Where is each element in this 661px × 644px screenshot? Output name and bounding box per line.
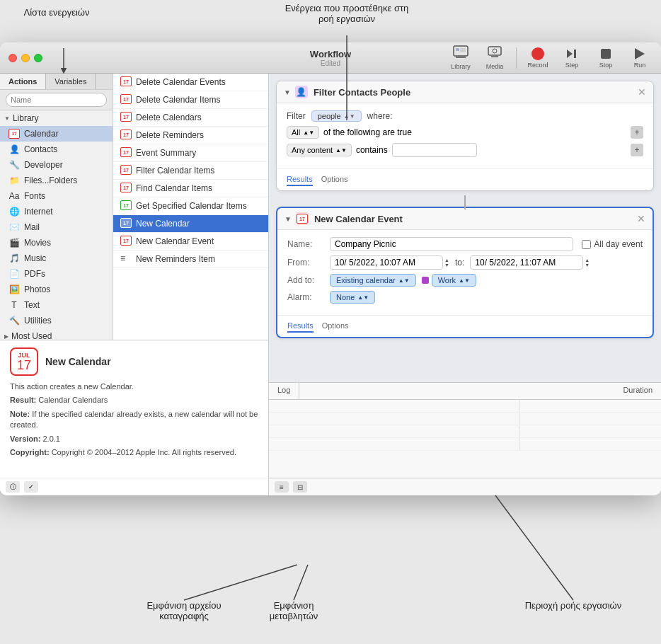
log-rows — [269, 400, 661, 478]
contains-input[interactable] — [392, 143, 477, 157]
any-content-select[interactable]: Any content ▲▼ — [287, 144, 352, 156]
folder-icon: 📁 — [8, 175, 20, 186]
run-button[interactable]: Run — [627, 47, 653, 69]
main-content: ▼ 👤 Filter Contacts People ✕ Filter peop… — [269, 74, 661, 495]
filter-results-tab[interactable]: Results — [287, 173, 313, 186]
from-row: From: ▲ ▼ to: ▲ ▼ — [287, 255, 643, 270]
alarm-dropdown[interactable]: None ▲▼ — [330, 291, 375, 304]
action-label-9: New Calendar — [136, 219, 190, 229]
sidebar-item-text[interactable]: T Text — [0, 297, 113, 313]
desc-panel-calendar-icon: JUL 17 — [10, 347, 38, 376]
work-color-swatch — [422, 277, 429, 284]
collapse-icon-2[interactable]: ▼ — [284, 215, 292, 223]
new-event-results-tab[interactable]: Results — [287, 320, 314, 333]
action-filter-calendar-items[interactable]: 17 Filter Calendar Items — [113, 162, 268, 180]
alarm-value: None — [336, 293, 355, 301]
tab-variables[interactable]: Variables — [46, 74, 96, 89]
tab-actions[interactable]: Actions — [0, 74, 46, 89]
sidebar-item-movies[interactable]: 🎬 Movies — [0, 235, 113, 251]
record-button[interactable]: Record — [525, 47, 551, 69]
sidebar-item-files-folders[interactable]: 📁 Files...Folders — [0, 173, 113, 188]
sidebar-group-library[interactable]: ▼ Library — [0, 110, 113, 126]
show-log-button[interactable]: ≡ — [275, 481, 289, 493]
sidebar-item-developer[interactable]: 🔧 Developer — [0, 157, 113, 173]
minimize-button[interactable] — [21, 54, 30, 62]
action-delete-calendar-items[interactable]: 17 Delete Calendar Items — [113, 91, 268, 109]
sidebar-item-fonts[interactable]: Aa Fonts — [0, 188, 113, 204]
fullscreen-button[interactable] — [34, 54, 42, 62]
people-dropdown[interactable]: people ▲▼ — [311, 110, 362, 122]
action-get-specified-calendar-items[interactable]: 17 Get Specified Calendar Items — [113, 197, 268, 215]
log-row-right-3 — [519, 425, 661, 437]
desc-version-label: Version: — [10, 435, 40, 443]
window-title-sub: Edited — [321, 59, 340, 67]
fonts-icon: Aa — [8, 190, 20, 202]
log-header: Log Duration — [269, 383, 661, 400]
action-delete-calendar-events[interactable]: 17 Delete Calendar Events — [113, 74, 268, 91]
action-new-reminders-item[interactable]: ≡ New Reminders Item — [113, 251, 268, 268]
existing-calendar-dropdown[interactable]: Existing calendar ▲▼ — [330, 274, 416, 287]
action-new-calendar[interactable]: 17 New Calendar — [113, 215, 268, 233]
sidebar-item-utilities[interactable]: 🔨 Utilities — [0, 313, 113, 328]
name-label: Name: — [287, 239, 330, 249]
action-delete-calendars[interactable]: 17 Delete Calendars — [113, 109, 268, 127]
media-button[interactable]: Media — [482, 45, 507, 70]
sidebar-label-fonts: Fonts — [24, 191, 45, 201]
action-delete-reminders[interactable]: 17 Delete Reminders — [113, 127, 268, 144]
calendar-icon: 17 — [8, 128, 20, 139]
search-input[interactable] — [6, 93, 107, 107]
action-icon-8: 17 — [120, 200, 132, 212]
all-day-checkbox[interactable] — [582, 240, 591, 249]
close-button[interactable] — [8, 54, 17, 62]
sidebar-label-files: Files...Folders — [24, 176, 77, 185]
action-find-calendar-items[interactable]: 17 Find Calendar Items — [113, 180, 268, 197]
to-stepper[interactable]: ▲ ▼ — [585, 258, 590, 268]
collapse-icon[interactable]: ▼ — [284, 88, 291, 96]
show-variables-button[interactable]: ⊟ — [293, 481, 307, 493]
filter-options-tab[interactable]: Options — [321, 173, 348, 186]
log-col-log: Log — [269, 383, 299, 399]
event-name-input[interactable] — [330, 237, 573, 251]
annotation-show-variables: Εμφάνιση μεταβλητών — [255, 600, 333, 621]
action-new-calendar-event[interactable]: 17 New Calendar Event — [113, 233, 268, 251]
log-row-left-1 — [269, 400, 519, 412]
stop-label: Stop — [599, 62, 613, 69]
filter-card-close[interactable]: ✕ — [638, 86, 646, 98]
all-select[interactable]: All ▲▼ — [287, 126, 319, 139]
to-date-input[interactable] — [470, 255, 583, 270]
text-icon: T — [8, 299, 20, 311]
sidebar-item-photos[interactable]: 🖼️ Photos — [0, 282, 113, 297]
sidebar-item-music[interactable]: 🎵 Music — [0, 251, 113, 266]
workflow-area[interactable]: ▼ 👤 Filter Contacts People ✕ Filter peop… — [269, 74, 661, 382]
check-button[interactable]: ✓ — [24, 481, 38, 493]
sidebar-item-mail[interactable]: ✉️ Mail — [0, 219, 113, 235]
action-icon: 17 — [120, 76, 132, 88]
sidebar-label-music: Music — [24, 253, 46, 263]
toolbar-separator-1 — [516, 47, 517, 69]
sidebar-item-calendar[interactable]: 17 Calendar — [0, 126, 113, 142]
connector — [276, 195, 654, 209]
from-label: From: — [287, 258, 330, 268]
work-calendar-dropdown[interactable]: Work ▲▼ — [432, 274, 476, 287]
from-stepper[interactable]: ▲ ▼ — [444, 258, 449, 268]
sidebar-label-pdfs: PDFs — [24, 269, 45, 279]
action-event-summary[interactable]: 17 Event Summary — [113, 144, 268, 162]
add-contains-filter-button[interactable]: + — [631, 144, 643, 156]
info-button[interactable]: ⓘ — [6, 481, 20, 493]
contacts-card-icon: 👤 — [295, 86, 308, 98]
action-label-11: New Reminders Item — [136, 254, 215, 264]
sidebar-item-contacts[interactable]: 👤 Contacts — [0, 142, 113, 157]
action-label-8: Get Specified Calendar Items — [136, 201, 247, 211]
from-date-input[interactable] — [330, 255, 443, 270]
sidebar-label-text: Text — [24, 300, 40, 310]
library-button[interactable]: Library — [448, 45, 473, 70]
stop-button[interactable]: Stop — [593, 47, 619, 69]
add-filter-button[interactable]: + — [631, 126, 643, 139]
sidebar-item-pdfs[interactable]: 📄 PDFs — [0, 266, 113, 282]
new-event-card-close[interactable]: ✕ — [637, 213, 645, 224]
sidebar-item-internet[interactable]: 🌐 Internet — [0, 204, 113, 219]
action-icon-3: 17 — [120, 112, 132, 123]
step-button[interactable]: Step — [559, 47, 585, 69]
alarm-label: Alarm: — [287, 292, 330, 302]
new-event-options-tab[interactable]: Options — [322, 320, 349, 333]
